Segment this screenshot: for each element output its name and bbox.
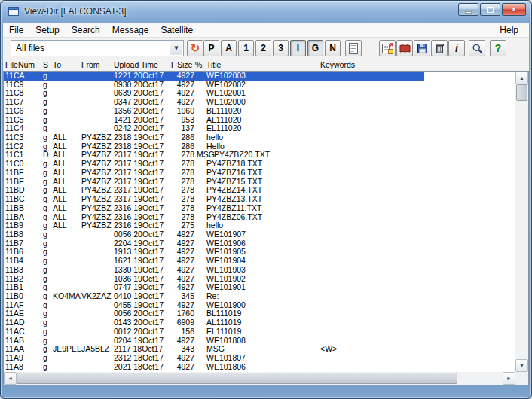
window-controls: ✕ [458, 3, 526, 16]
letter-buttons: PA123IGN [203, 40, 341, 56]
zoom-button[interactable] [469, 40, 485, 56]
cell-num: 11CA [5, 72, 25, 81]
up-arrow-icon: ▲ [519, 75, 524, 81]
column-header: FileNum S To From Upload Time F Size % T… [4, 59, 528, 71]
info-button[interactable]: i [448, 40, 465, 56]
refresh-button[interactable]: ↻ [187, 40, 203, 56]
delete-button[interactable] [431, 40, 448, 56]
col-s: S [43, 60, 48, 69]
title-bar[interactable]: View-Dir [FALCONSAT-3] ✕ [0, 0, 532, 23]
file-filter-combobox[interactable]: All files ▼ [11, 40, 184, 56]
file-row[interactable]: 11CAg1221 20Oct174927WE102003 [4, 72, 515, 81]
maximize-button[interactable] [480, 3, 500, 16]
cell-s: g [43, 195, 47, 204]
file-row[interactable]: 11C9g0930 20Oct174927WE102002 [4, 81, 515, 90]
scroll-down-button[interactable]: ▼ [515, 359, 528, 372]
directory-button[interactable] [396, 40, 413, 56]
cell-kw: <W> [320, 345, 337, 354]
col-upload-time: Upload Time [114, 60, 158, 69]
filter-button-a[interactable]: A [221, 40, 237, 56]
file-row[interactable]: 11AEg0056 20Oct171760BL111019 [4, 309, 515, 318]
file-row[interactable]: 11B3g1330 19Oct174927WE101903 [4, 266, 515, 275]
cell-size: 4927 [164, 230, 194, 239]
cell-num: 11BB [5, 204, 24, 213]
file-row[interactable]: 11C7g0347 20Oct174927WE102000 [4, 98, 515, 107]
scroll-left-button[interactable]: ◄ [4, 372, 17, 385]
filter-button-3[interactable]: 3 [273, 40, 289, 56]
file-row[interactable]: 11C3gALLPY4ZBZ2318 19Oct17286hello [4, 133, 515, 142]
file-row[interactable]: 11C6g1356 20Oct171060BL111020 [4, 107, 515, 116]
vertical-scrollbar[interactable]: ▲ ▼ [515, 72, 528, 372]
file-row[interactable]: 11B2g1036 19Oct174927WE101902 [4, 275, 515, 284]
scroll-up-button[interactable]: ▲ [515, 72, 528, 84]
scroll-right-button[interactable]: ► [503, 372, 515, 385]
save-button[interactable] [414, 40, 430, 56]
file-row[interactable]: 11C5g1421 20Oct17953AL111020 [4, 116, 515, 125]
chevron-down-icon[interactable]: ▼ [170, 41, 182, 55]
menu-item-satellite[interactable]: Satellite [154, 23, 199, 37]
menu-item-file[interactable]: File [3, 23, 29, 37]
file-row[interactable]: 11BAgALLPY4ZBZ2316 19Oct17278PY4ZBZ06.TX… [4, 213, 515, 222]
upload-message-button[interactable] [379, 40, 396, 56]
filter-button-2[interactable]: 2 [255, 40, 271, 56]
filter-button-i[interactable]: I [290, 40, 306, 56]
cell-title: WE101907 [206, 230, 246, 239]
close-icon: ✕ [511, 6, 517, 14]
file-row[interactable]: 11B9gALLPY4ZBZ2316 19Oct17275hello [4, 221, 515, 230]
app-icon[interactable] [8, 5, 20, 17]
close-button[interactable]: ✕ [502, 3, 526, 16]
menu-item-setup[interactable]: Setup [29, 23, 65, 37]
file-row[interactable]: 11A9g2312 18Oct174927WE101807 [4, 354, 515, 363]
file-row[interactable]: 11ADg0143 20Oct176909AL111019 [4, 318, 515, 327]
filter-button-1[interactable]: 1 [238, 40, 254, 56]
help-button[interactable]: ? [490, 40, 506, 56]
file-row[interactable]: 11AAgJE9PELJA5BLZ2117 18Oct17343MSG<W> [4, 345, 515, 354]
upload-message-icon [382, 43, 393, 54]
file-row[interactable]: 11B8g0056 20Oct174927WE101907 [4, 230, 515, 239]
menu-item-message[interactable]: Message [106, 23, 155, 37]
filter-button-n[interactable]: N [325, 40, 341, 56]
menu-item-help[interactable]: Help [494, 23, 524, 37]
view-file-button[interactable] [345, 40, 362, 56]
cell-to: JE9PEL [53, 345, 81, 354]
cell-title: PY4ZBZ13.TXT [206, 195, 262, 204]
minimize-button[interactable] [458, 3, 478, 16]
cell-from: PY4ZBZ [81, 221, 112, 230]
file-list[interactable]: 11CAg1221 20Oct174927WE10200311C9g0930 2… [4, 72, 515, 372]
col-title: Title [206, 60, 221, 69]
cell-num: 11B3 [5, 266, 23, 275]
cell-size: 278 [164, 204, 194, 213]
view-dir-window: View-Dir [FALCONSAT-3] ✕ FileSetupSearch… [0, 0, 532, 399]
file-row[interactable]: 11B6g1913 19Oct174927WE101905 [4, 248, 515, 257]
col-keywords: Keywords [320, 60, 355, 69]
horizontal-scrollbar[interactable]: ◄ ► [4, 372, 515, 385]
cell-size: 278 [164, 195, 194, 204]
file-row[interactable]: 11C8g0639 20Oct174927WE102001 [4, 89, 515, 98]
file-row[interactable]: 11BFgALLPY4ZBZ2317 19Oct17278PY4ZBZ16.TX… [4, 169, 515, 178]
cell-num: 11B0 [5, 292, 23, 301]
file-row[interactable]: 11ACg0012 20Oct17156EL111019 [4, 327, 515, 337]
file-row[interactable]: 11A8g2021 18Oct174927WE101806 [4, 363, 515, 372]
cell-size: 278 [164, 169, 194, 178]
trash-icon [434, 43, 445, 54]
file-row[interactable]: 11B0gKO4MAVK2ZAZ0410 19Oct17345Re: [4, 292, 515, 301]
help-icon: ? [495, 42, 502, 54]
filter-button-p[interactable]: P [203, 40, 219, 56]
filter-button-g[interactable]: G [307, 40, 323, 56]
file-row[interactable]: 11AFg0455 19Oct174927WE101900 [4, 301, 515, 310]
vertical-scrollbar-thumb[interactable] [516, 84, 527, 101]
file-row[interactable]: 11B1g0747 19Oct174927WE101901 [4, 283, 515, 292]
cell-s: g [43, 133, 47, 142]
file-row[interactable]: 11B4g1621 19Oct174927WE101904 [4, 257, 515, 266]
floppy-disk-icon [417, 43, 428, 54]
cell-title: EL111019 [206, 327, 241, 337]
file-row[interactable]: 11C4g0242 20Oct17137EL111020 [4, 124, 515, 133]
horizontal-scrollbar-thumb[interactable] [17, 373, 457, 384]
cell-from: PY4ZBZ [81, 204, 112, 213]
red-book-icon [399, 43, 411, 54]
menu-item-search[interactable]: Search [66, 23, 106, 37]
cell-size: 4927 [164, 72, 194, 81]
cell-size: 345 [164, 292, 194, 301]
file-row[interactable]: 11BBgALLPY4ZBZ2316 19Oct17278PY4ZBZ11.TX… [4, 204, 515, 213]
file-row[interactable]: 11B7g2204 19Oct174927WE101906 [4, 239, 515, 248]
